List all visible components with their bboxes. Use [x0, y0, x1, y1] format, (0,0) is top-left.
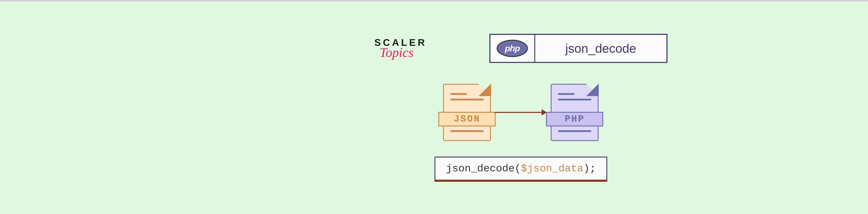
json-file-icon: JSON [438, 84, 496, 141]
php-oval-icon: php [497, 40, 528, 57]
php-file-icon: PHP [546, 84, 603, 141]
php-badge-label: php [505, 43, 520, 54]
code-variable: $json_data [521, 163, 584, 174]
conversion-diagram: JSON PHP [438, 84, 603, 141]
top-row: SCALER Topics php json_decode [374, 34, 667, 63]
json-label: JSON [438, 112, 496, 127]
code-paren-close: ); [584, 163, 596, 174]
logo-line2: Topics [379, 45, 413, 60]
diagram-container: SCALER Topics php json_decode JSON [374, 34, 667, 182]
code-example: json_decode($json_data); [435, 156, 607, 182]
code-function-name: json_decode [446, 163, 515, 174]
php-badge: php [490, 35, 535, 62]
php-label: PHP [546, 112, 603, 127]
arrow-icon [495, 112, 547, 113]
function-name-label: json_decode [535, 35, 666, 62]
scaler-topics-logo: SCALER Topics [374, 37, 427, 60]
function-header-box: php json_decode [489, 34, 668, 63]
code-paren-open: ( [515, 163, 521, 174]
